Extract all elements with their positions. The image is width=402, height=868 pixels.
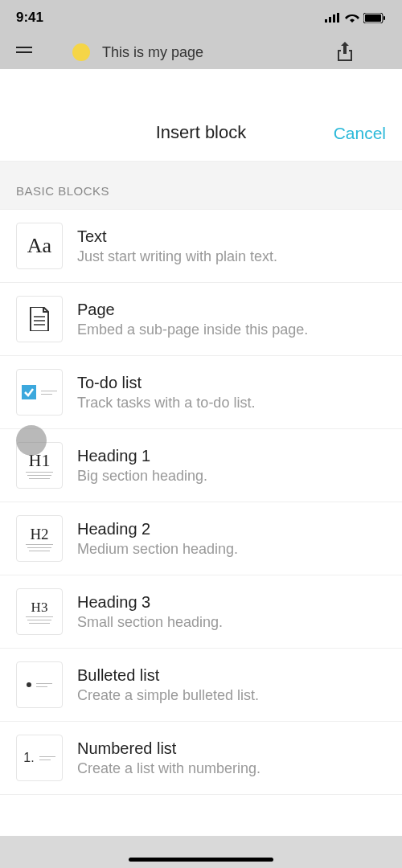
block-title: Numbered list bbox=[77, 739, 386, 758]
number-icon: 1. bbox=[16, 735, 63, 781]
block-title: Heading 2 bbox=[77, 520, 386, 538]
block-title: Bulleted list bbox=[77, 666, 386, 685]
todo-icon bbox=[16, 369, 63, 416]
svg-rect-2 bbox=[333, 14, 335, 23]
block-list[interactable]: Aa Text Just start writing with plain te… bbox=[0, 210, 402, 868]
block-desc: Create a simple bulleted list. bbox=[77, 687, 386, 704]
block-title: Text bbox=[77, 227, 386, 246]
block-desc: Medium section heading. bbox=[77, 541, 386, 558]
svg-rect-5 bbox=[365, 14, 381, 22]
block-desc: Track tasks with a to-do list. bbox=[77, 395, 386, 411]
share-icon bbox=[336, 42, 354, 63]
block-item-page[interactable]: Page Embed a sub-page inside this page. bbox=[0, 283, 402, 356]
touch-indicator bbox=[16, 425, 47, 456]
status-bar: 9:41 bbox=[0, 0, 402, 35]
cancel-button[interactable]: Cancel bbox=[334, 124, 386, 143]
block-desc: Create a list with numbering. bbox=[77, 760, 386, 777]
modal-header: Insert block Cancel bbox=[0, 69, 402, 162]
svg-rect-1 bbox=[329, 17, 331, 23]
block-title: Heading 1 bbox=[77, 447, 386, 465]
battery-icon bbox=[363, 13, 386, 23]
modal-title: Insert block bbox=[156, 122, 247, 143]
block-title: To-do list bbox=[77, 374, 386, 392]
block-item-numbered[interactable]: 1. Numbered list Create a list with numb… bbox=[0, 722, 402, 795]
block-item-heading3[interactable]: H3 Heading 3 Small section heading. bbox=[0, 575, 402, 649]
status-icons bbox=[325, 13, 386, 23]
block-desc: Embed a sub-page inside this page. bbox=[77, 321, 386, 338]
page-emoji-icon bbox=[72, 43, 90, 61]
background-page-title: This is my page bbox=[102, 44, 203, 61]
text-icon: Aa bbox=[16, 223, 63, 269]
block-item-bulleted[interactable]: Bulleted list Create a simple bulleted l… bbox=[0, 649, 402, 722]
svg-rect-6 bbox=[384, 16, 385, 20]
home-indicator[interactable] bbox=[129, 858, 273, 862]
svg-rect-0 bbox=[325, 19, 327, 23]
svg-rect-10 bbox=[22, 385, 36, 399]
block-item-text[interactable]: Aa Text Just start writing with plain te… bbox=[0, 210, 402, 283]
bullet-icon bbox=[16, 661, 63, 708]
signal-icon bbox=[325, 13, 341, 23]
block-item-heading1[interactable]: H1 Heading 1 Big section heading. bbox=[0, 429, 402, 502]
block-item-heading2[interactable]: H2 Heading 2 Medium section heading. bbox=[0, 502, 402, 575]
page-icon bbox=[16, 296, 63, 342]
block-desc: Big section heading. bbox=[77, 468, 386, 485]
svg-rect-3 bbox=[337, 13, 339, 23]
block-title: Heading 3 bbox=[77, 593, 386, 612]
block-title: Page bbox=[77, 301, 386, 319]
h3-icon: H3 bbox=[16, 588, 63, 635]
block-item-todo[interactable]: To-do list Track tasks with a to-do list… bbox=[0, 356, 402, 429]
section-header: BASIC BLOCKS bbox=[0, 162, 402, 210]
bottom-bar bbox=[0, 836, 402, 868]
h2-icon: H2 bbox=[16, 515, 63, 562]
block-desc: Small section heading. bbox=[77, 614, 386, 631]
block-desc: Just start writing with plain text. bbox=[77, 248, 386, 265]
menu-icon bbox=[16, 51, 32, 53]
wifi-icon bbox=[345, 13, 359, 23]
status-time: 9:41 bbox=[16, 10, 43, 26]
insert-block-modal: Insert block Cancel BASIC BLOCKS Aa Text… bbox=[0, 69, 402, 868]
background-header: This is my page bbox=[0, 35, 402, 69]
